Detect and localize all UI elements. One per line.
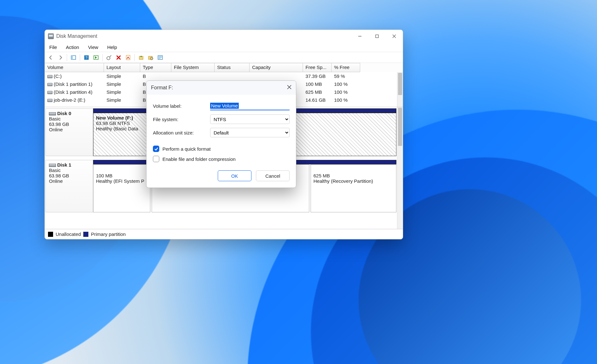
partition-status: Healthy (EFI System P [96, 178, 148, 184]
close-button[interactable] [387, 31, 401, 41]
partition-status: Healthy (Recovery Partition) [313, 178, 394, 184]
menubar: File Action View Help [45, 43, 403, 52]
dialog-close-button[interactable] [287, 85, 292, 91]
disk-kind: Basic [49, 116, 90, 121]
cell-free: 37.39 GB [303, 73, 332, 79]
titlebar[interactable]: Disk Management [45, 30, 403, 43]
cell-pct: 100 % [332, 89, 360, 95]
cell-volume: (C:) [54, 73, 62, 79]
cell-volume: (Disk 1 partition 4) [54, 89, 93, 95]
menu-action[interactable]: Action [65, 44, 80, 51]
menu-view[interactable]: View [87, 44, 100, 51]
menu-help[interactable]: Help [106, 44, 118, 51]
file-system-select[interactable]: NTFS [210, 114, 290, 124]
toolbar-separator [134, 54, 135, 61]
compression-checkbox[interactable]: Enable file and folder compression [153, 154, 290, 164]
show-hide-console-icon[interactable] [69, 53, 78, 62]
cell-layout: Simple [104, 97, 140, 103]
scrollbar-thumb[interactable] [398, 108, 402, 146]
maximize-button[interactable] [370, 31, 384, 41]
col-capacity[interactable]: Capacity [250, 63, 303, 72]
partition-size: 625 MB [313, 173, 394, 178]
disk-kind: Basic [49, 168, 90, 173]
disk-icon [49, 112, 56, 115]
table-row[interactable]: (C:) Simple B 37.39 GB 59 % [45, 72, 403, 80]
col-pct[interactable]: % Free [332, 63, 360, 72]
up-icon[interactable] [137, 53, 145, 62]
quick-format-checkbox[interactable]: Perform a quick format [153, 144, 290, 154]
col-status[interactable]: Status [215, 63, 250, 72]
svg-rect-7 [126, 55, 130, 60]
cell-volume: (Disk 1 partition 1) [54, 81, 93, 87]
cell-type: B [140, 73, 171, 79]
toolbar-separator [67, 54, 67, 61]
col-volume[interactable]: Volume [45, 63, 104, 72]
properties-icon[interactable] [124, 53, 132, 62]
menu-file[interactable]: File [48, 44, 58, 51]
label-allocation-unit: Allocation unit size: [153, 130, 210, 135]
volume-label-value: New Volume [210, 103, 239, 109]
drive-icon [47, 75, 52, 78]
drive-icon [47, 91, 52, 94]
col-fs[interactable]: File System [171, 63, 215, 72]
cell-layout: Simple [104, 89, 140, 95]
dialog-title: Format F: [151, 85, 173, 91]
toolbar-separator [102, 54, 103, 61]
drive-icon [47, 83, 52, 86]
forward-icon[interactable] [56, 53, 65, 62]
legend-primary-label: Primary partition [91, 231, 126, 237]
partition-size: 100 MB [96, 173, 148, 178]
svg-rect-0 [376, 35, 379, 38]
label-volume: Volume label: [153, 103, 210, 109]
app-icon [48, 33, 54, 39]
cancel-button[interactable]: Cancel [256, 170, 290, 181]
minimize-button[interactable] [353, 31, 367, 41]
drive-icon [47, 99, 52, 102]
cell-volume: job-drive-2 (E:) [54, 97, 85, 103]
action-list-icon[interactable] [92, 53, 100, 62]
cell-pct: 100 % [332, 81, 360, 87]
svg-rect-2 [71, 56, 73, 59]
disk-info[interactable]: Disk 0 Basic 63.98 GB Online [45, 108, 93, 156]
disk-info[interactable]: Disk 1 Basic 63.98 GB Online [45, 160, 93, 212]
legend-unallocated-label: Unallocated [56, 231, 81, 237]
col-type[interactable]: Type [140, 63, 171, 72]
quick-format-label: Perform a quick format [162, 146, 211, 152]
partition[interactable]: 100 MB Healthy (EFI System P [93, 164, 150, 212]
dialog-titlebar[interactable]: Format F: [147, 81, 296, 95]
disk-name: Disk 1 [57, 162, 71, 168]
disk-icon [49, 164, 56, 167]
cell-pct: 100 % [332, 97, 360, 103]
back-icon[interactable] [47, 53, 55, 62]
svg-point-6 [107, 57, 110, 60]
cell-pct: 59 % [332, 73, 360, 79]
cell-layout: Simple [104, 81, 140, 87]
col-layout[interactable]: Layout [104, 63, 140, 72]
disk-size: 63.98 GB [49, 173, 90, 178]
volume-label-input[interactable]: New Volume [210, 101, 290, 110]
explore-icon[interactable] [147, 53, 155, 62]
partition[interactable]: 625 MB Healthy (Recovery Partition) [311, 164, 396, 212]
disk-state: Online [49, 127, 90, 132]
ok-button[interactable]: OK [218, 170, 251, 181]
legend: Unallocated Primary partition [45, 229, 403, 239]
refresh-icon[interactable] [105, 53, 113, 62]
svg-text:?: ? [86, 56, 87, 59]
col-free[interactable]: Free Sp... [303, 63, 332, 72]
legend-unallocated-swatch [48, 232, 53, 237]
vertical-scrollbar[interactable] [397, 72, 403, 107]
cell-free: 100 MB [303, 81, 332, 87]
disk-size: 63.98 GB [49, 121, 90, 127]
delete-icon[interactable] [114, 53, 123, 62]
settings-icon[interactable] [156, 53, 164, 62]
allocation-unit-select[interactable]: Default [210, 128, 290, 137]
cell-free: 14.61 GB [303, 97, 332, 103]
format-dialog: Format F: Volume label: New Volume File … [146, 80, 296, 188]
toolbar: ? [45, 52, 403, 63]
label-file-system: File system: [153, 117, 210, 122]
help-icon[interactable]: ? [82, 53, 91, 62]
scrollbar-thumb[interactable] [398, 73, 402, 95]
vertical-scrollbar[interactable] [397, 107, 403, 229]
compression-label: Enable file and folder compression [162, 156, 236, 162]
checkbox-icon [153, 146, 159, 152]
